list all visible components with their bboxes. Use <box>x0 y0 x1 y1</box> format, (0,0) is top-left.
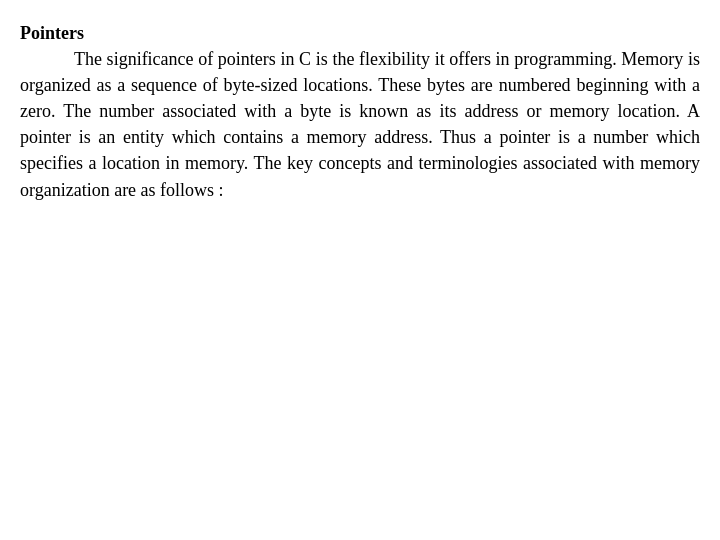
heading: Pointers <box>20 23 84 43</box>
paragraph-text: The significance of pointers in C is the… <box>20 49 700 199</box>
content-area: Pointers The significance of pointers in… <box>0 0 720 223</box>
body-text: Pointers The significance of pointers in… <box>20 20 700 203</box>
indent-space <box>20 46 74 72</box>
